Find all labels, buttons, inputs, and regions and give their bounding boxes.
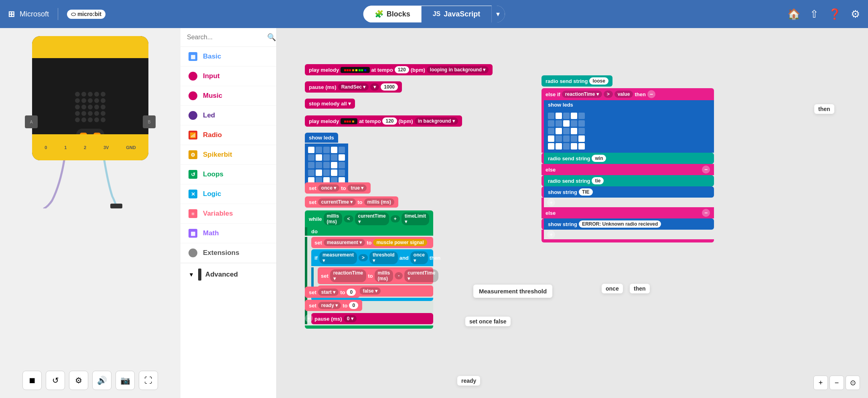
settings-icon[interactable]: ⚙: [851, 8, 860, 20]
toolbox-panel: 🔍 ▦ Basic Input Music Led: [180, 28, 277, 398]
workspace[interactable]: play melody ■■■■■■■■ at tempo 120 (bpm) …: [277, 28, 868, 398]
tab-dropdown[interactable]: ▾: [491, 6, 505, 22]
led-display-block[interactable]: [305, 143, 348, 187]
millis-val[interactable]: millis (ms): [364, 198, 394, 206]
button-b[interactable]: B: [143, 115, 156, 128]
minus-op[interactable]: -: [395, 272, 403, 279]
to-label: to: [341, 185, 346, 191]
sidebar-item-math[interactable]: ▦ Math: [180, 224, 276, 243]
else2-add-button[interactable]: +: [547, 230, 555, 238]
muscle-power-signal[interactable]: muscle power signal: [373, 239, 427, 246]
true-val[interactable]: true ▾: [347, 184, 367, 192]
ready-var[interactable]: ready ▾: [318, 302, 341, 309]
else-if-minus[interactable]: −: [647, 90, 655, 98]
tab-blocks-label: Blocks: [387, 10, 410, 18]
randsec-op[interactable]: ▾: [370, 83, 379, 91]
lt-op[interactable]: <: [344, 215, 353, 222]
threshold-if[interactable]: threshold ▾: [369, 251, 398, 264]
sidebar-item-input[interactable]: Input: [180, 67, 276, 86]
tie-str[interactable]: TIE: [579, 188, 593, 196]
measurement-var[interactable]: measurement ▾: [324, 239, 365, 246]
sim-controls: ⏹ ↺ ⚙ 🔊 📷 ⛶: [22, 371, 158, 390]
led-display-2[interactable]: [541, 109, 714, 153]
currenttime-reac[interactable]: currentTime ▾: [404, 269, 438, 282]
currenttime-var[interactable]: currentTime ▾: [318, 198, 356, 206]
tie-string[interactable]: tie: [592, 177, 604, 184]
randsec-value[interactable]: RandSec ▾: [338, 83, 369, 91]
while-label: while: [309, 216, 322, 222]
ready-tooltip-label: ready: [461, 378, 476, 384]
extensions-icon: [189, 248, 197, 257]
tab-blocks[interactable]: 🧩 Blocks: [363, 6, 422, 22]
plus-while[interactable]: +: [391, 215, 400, 222]
win-string[interactable]: win: [592, 155, 606, 162]
else-minus[interactable]: −: [702, 166, 710, 174]
tempo-value[interactable]: 120: [395, 66, 409, 73]
millis-reac[interactable]: millis (ms): [375, 269, 393, 282]
screenshot-button[interactable]: 📷: [116, 371, 135, 390]
play-melody-block: play melody ■■■■■■■■ at tempo 120 (bpm) …: [305, 64, 493, 75]
sidebar-item-variables[interactable]: ≡ Variables: [180, 204, 276, 224]
toolbox-list: ▦ Basic Input Music Led 📶 Radio: [180, 47, 276, 398]
once-if[interactable]: once ▾: [410, 251, 428, 264]
fullscreen-button[interactable]: ⛶: [139, 371, 158, 390]
currenttime-while[interactable]: currentTime ▾: [355, 212, 389, 225]
home-icon[interactable]: 🏠: [787, 8, 800, 20]
sidebar-item-extensions[interactable]: Extensions: [180, 243, 276, 263]
zero-val[interactable]: 0 ▾: [344, 315, 357, 322]
blocks-icon: 🧩: [375, 10, 383, 18]
false-val[interactable]: false ▾: [359, 287, 381, 295]
if-label: if: [314, 255, 318, 261]
else-add-button[interactable]: +: [547, 198, 555, 206]
audio-button[interactable]: 🔊: [92, 371, 112, 390]
debug-button[interactable]: ⚙: [69, 371, 88, 390]
to-label-3: to: [367, 240, 371, 246]
sidebar-item-led[interactable]: Led: [180, 106, 276, 125]
sidebar-item-music[interactable]: Music: [180, 86, 276, 106]
measurement-if[interactable]: measurement ▾: [319, 251, 357, 264]
ready-zero[interactable]: 0: [349, 302, 358, 309]
sidebar-item-loops[interactable]: ↺ Loops: [180, 165, 276, 184]
header-left: ⊞ Microsoft ⬭ micro:bit: [8, 8, 105, 20]
restart-button[interactable]: ↺: [46, 371, 65, 390]
search-icon[interactable]: 🔍: [267, 33, 276, 42]
sidebar-item-radio[interactable]: 📶 Radio: [180, 125, 276, 145]
search-input[interactable]: [187, 34, 267, 41]
zoom-reset-button[interactable]: ⊙: [846, 376, 860, 390]
share-icon[interactable]: ⇧: [810, 8, 819, 20]
reactiontime-elseif[interactable]: reactionTime ▾: [562, 91, 602, 98]
play-melody-block-2: play melody ■■■■ at tempo 120 (bpm) in b…: [305, 115, 462, 127]
zoom-out-button[interactable]: −: [829, 376, 844, 390]
stop-button[interactable]: ⏹: [22, 371, 42, 390]
loose-string[interactable]: loose: [589, 77, 608, 85]
start-zero[interactable]: 0: [347, 289, 356, 296]
set-label-3: set: [314, 240, 322, 246]
help-icon[interactable]: ❓: [828, 8, 841, 20]
else2-minus[interactable]: −: [702, 209, 710, 217]
tab-javascript[interactable]: JS JavaScript: [422, 6, 492, 22]
randsec-num[interactable]: 1000: [381, 83, 398, 91]
zoom-in-button[interactable]: +: [813, 376, 828, 390]
millis-while[interactable]: millis (ms): [324, 212, 343, 225]
sidebar-item-spikerbit[interactable]: ⚙ Spikerbit: [180, 145, 276, 165]
tempo-value-2[interactable]: 120: [382, 117, 397, 125]
button-a[interactable]: A: [25, 115, 38, 128]
header-divider: [58, 8, 58, 20]
timelimit-while[interactable]: timeLimit ▾: [402, 212, 429, 225]
value-pill[interactable]: value: [614, 91, 633, 98]
else-label-block: else −: [541, 164, 714, 175]
once-var[interactable]: once ▾: [318, 184, 339, 192]
loop-mode[interactable]: looping in background ▾: [427, 66, 489, 73]
bottom-add-button[interactable]: +: [305, 314, 313, 322]
gt-op-2[interactable]: >: [604, 91, 613, 98]
loop-mode-2[interactable]: in background ▾: [415, 117, 458, 125]
gt-op[interactable]: >: [359, 254, 368, 261]
start-var[interactable]: start ▾: [318, 289, 339, 296]
logic-label: Logic: [203, 190, 221, 198]
sidebar-item-advanced[interactable]: ▼ Advanced: [180, 263, 276, 286]
reactiontime-var[interactable]: reactionTime ▾: [330, 269, 366, 282]
error-str[interactable]: ERROR: Unknown radio recieved: [579, 220, 661, 228]
sidebar-item-logic[interactable]: ✕ Logic: [180, 184, 276, 204]
sidebar-item-basic[interactable]: ▦ Basic: [180, 47, 276, 67]
melody-visual: ■■■■■■■■: [341, 67, 369, 73]
